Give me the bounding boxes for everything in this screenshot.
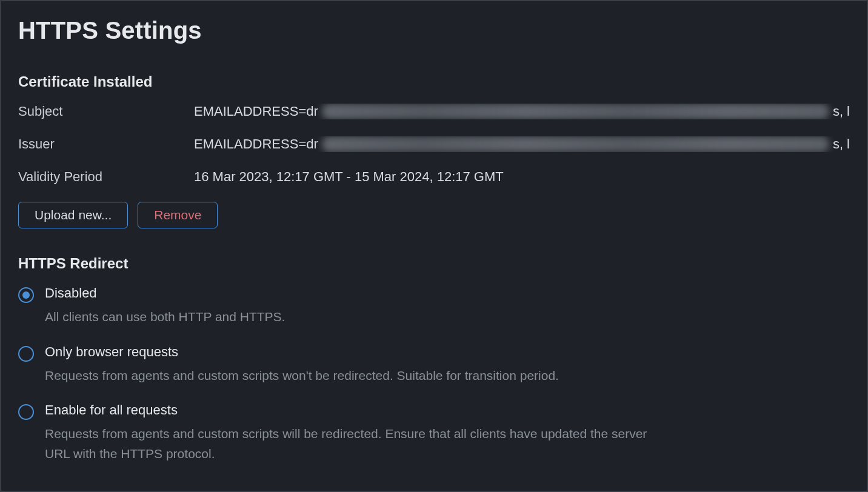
certificate-issuer-prefix: EMAILADDRESS=dr xyxy=(194,136,318,152)
radio-description: All clients can use both HTTP and HTTPS. xyxy=(45,307,285,327)
radio-icon[interactable] xyxy=(18,287,34,303)
radio-option-enable-all[interactable]: Enable for all requests Requests from ag… xyxy=(18,402,850,464)
page-title: HTTPS Settings xyxy=(18,17,850,44)
certificate-validity-label: Validity Period xyxy=(18,169,194,185)
radio-text: Disabled All clients can use both HTTP a… xyxy=(45,285,285,327)
redacted-blur xyxy=(322,136,829,152)
radio-option-only-browser[interactable]: Only browser requests Requests from agen… xyxy=(18,344,850,386)
https-redirect-heading: HTTPS Redirect xyxy=(18,255,850,272)
radio-text: Only browser requests Requests from agen… xyxy=(45,344,559,386)
https-redirect-radio-group: Disabled All clients can use both HTTP a… xyxy=(18,285,850,464)
radio-icon[interactable] xyxy=(18,404,34,420)
certificate-issuer-value: EMAILADDRESS=dr s, l xyxy=(194,136,850,152)
upload-new-button[interactable]: Upload new... xyxy=(18,202,128,228)
radio-option-disabled[interactable]: Disabled All clients can use both HTTP a… xyxy=(18,285,850,327)
remove-button[interactable]: Remove xyxy=(138,202,218,228)
radio-description: Requests from agents and custom scripts … xyxy=(45,424,663,464)
certificate-issuer-row: Issuer EMAILADDRESS=dr s, l xyxy=(18,136,850,152)
certificate-installed-heading: Certificate Installed xyxy=(18,73,850,90)
radio-label: Enable for all requests xyxy=(45,402,663,418)
certificate-subject-value: EMAILADDRESS=dr s, l xyxy=(194,104,850,119)
certificate-subject-suffix: s, l xyxy=(833,104,850,119)
redacted-blur xyxy=(322,104,829,119)
certificate-issuer-suffix: s, l xyxy=(833,136,850,152)
radio-description: Requests from agents and custom scripts … xyxy=(45,366,559,386)
certificate-subject-prefix: EMAILADDRESS=dr xyxy=(194,104,318,119)
radio-label: Only browser requests xyxy=(45,344,559,360)
certificate-validity-value: 16 Mar 2023, 12:17 GMT - 15 Mar 2024, 12… xyxy=(194,169,850,185)
certificate-buttons: Upload new... Remove xyxy=(18,202,850,228)
radio-text: Enable for all requests Requests from ag… xyxy=(45,402,663,464)
radio-icon[interactable] xyxy=(18,346,34,362)
certificate-issuer-label: Issuer xyxy=(18,136,194,152)
certificate-validity-row: Validity Period 16 Mar 2023, 12:17 GMT -… xyxy=(18,169,850,185)
certificate-subject-row: Subject EMAILADDRESS=dr s, l xyxy=(18,104,850,119)
radio-label: Disabled xyxy=(45,285,285,301)
certificate-subject-label: Subject xyxy=(18,104,194,119)
